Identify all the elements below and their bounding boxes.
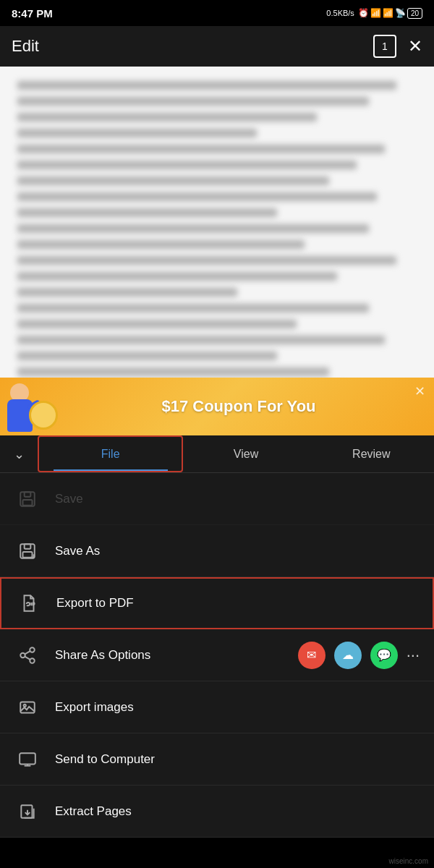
- tab-count-badge[interactable]: 1: [373, 35, 396, 58]
- share-email-button[interactable]: ✉: [298, 642, 326, 669]
- svg-line-10: [25, 651, 30, 654]
- email-icon: ✉: [307, 648, 316, 662]
- send-computer-label: Send to Computer: [55, 752, 420, 767]
- menu-item-share[interactable]: Share As Options ✉ ☁ 💬 ···: [0, 629, 434, 681]
- svg-rect-2: [23, 500, 33, 506]
- tab-file-label: File: [101, 448, 120, 461]
- svg-rect-16: [21, 805, 32, 817]
- tab-view[interactable]: View: [183, 435, 308, 472]
- coupon-close-button[interactable]: ✕: [414, 383, 425, 399]
- whatsapp-icon: 💬: [377, 648, 391, 662]
- save-label: Save: [55, 492, 420, 506]
- svg-rect-13: [20, 753, 35, 764]
- tab-chevron-button[interactable]: ⌄: [0, 435, 38, 472]
- menu-item-export-pdf[interactable]: Export to PDF: [0, 577, 434, 629]
- export-pdf-label: Export to PDF: [56, 596, 418, 610]
- svg-rect-5: [23, 552, 33, 558]
- share-quick-icons: ✉ ☁ 💬 ···: [298, 642, 420, 669]
- coupon-banner[interactable]: $17 Coupon For You ✕: [0, 378, 434, 435]
- svg-point-6: [30, 647, 35, 652]
- close-button[interactable]: ✕: [408, 36, 422, 56]
- share-icon: [14, 642, 41, 668]
- status-right: 0.5KB/s ⏰ 📶 📶 📡 20: [326, 8, 422, 19]
- share-more-button[interactable]: ···: [407, 646, 420, 665]
- menu-item-extract-pages[interactable]: Extract Pages: [0, 786, 434, 838]
- status-icons: ⏰ 📶 📶 📡 20: [358, 8, 422, 19]
- share-cloud-button[interactable]: ☁: [334, 642, 362, 669]
- export-images-icon: [14, 694, 41, 720]
- menu-item-export-images[interactable]: Export images: [0, 681, 434, 733]
- network-speed: 0.5KB/s: [326, 9, 354, 17]
- export-pdf-icon: [16, 590, 42, 616]
- svg-point-8: [30, 658, 35, 663]
- save-icon: [14, 486, 41, 512]
- share-whatsapp-button[interactable]: 💬: [370, 642, 398, 669]
- status-time: 8:47 PM: [12, 7, 53, 20]
- svg-rect-1: [25, 492, 31, 497]
- tab-bar: ⌄ File View Review: [0, 435, 434, 473]
- extract-pages-label: Extract Pages: [55, 804, 420, 819]
- watermark: wiseinc.com: [389, 857, 428, 865]
- menu-item-save-as[interactable]: Save As: [0, 525, 434, 577]
- save-as-icon: [14, 538, 41, 564]
- coin-graphic: [29, 401, 58, 430]
- signal-icon: 📶: [370, 8, 381, 18]
- save-as-label: Save As: [55, 544, 420, 558]
- coupon-character: [0, 378, 65, 435]
- tab-view-label: View: [234, 448, 258, 461]
- header: Edit 1 ✕: [0, 26, 434, 67]
- status-bar: 8:47 PM 0.5KB/s ⏰ 📶 📶 📡 20: [0, 0, 434, 26]
- header-actions: 1 ✕: [373, 35, 422, 58]
- svg-line-9: [25, 656, 30, 659]
- tab-file[interactable]: File: [38, 435, 183, 472]
- svg-rect-4: [25, 544, 31, 549]
- share-label: Share As Options: [55, 648, 298, 663]
- alarm-icon: ⏰: [358, 8, 369, 18]
- tab-review[interactable]: Review: [309, 435, 434, 472]
- document-area: [0, 67, 434, 378]
- chevron-down-icon: ⌄: [14, 446, 25, 462]
- document-content: [0, 67, 434, 378]
- menu-item-save[interactable]: Save: [0, 473, 434, 525]
- signal2-icon: 📶: [383, 8, 393, 18]
- wifi-icon: 📡: [395, 8, 406, 18]
- svg-rect-11: [20, 702, 35, 712]
- battery-icon: 20: [407, 8, 422, 19]
- page-title: Edit: [12, 37, 39, 56]
- menu-section: Save Save As Export to PDF: [0, 473, 434, 838]
- svg-point-7: [20, 652, 25, 658]
- extract-pages-icon: [14, 799, 41, 825]
- tab-review-label: Review: [352, 448, 390, 461]
- coupon-text: $17 Coupon For You: [65, 397, 412, 416]
- svg-point-12: [24, 704, 26, 706]
- menu-item-send-computer[interactable]: Send to Computer: [0, 733, 434, 786]
- export-images-label: Export images: [55, 700, 420, 715]
- cloud-icon: ☁: [342, 648, 354, 662]
- send-computer-icon: [14, 746, 41, 773]
